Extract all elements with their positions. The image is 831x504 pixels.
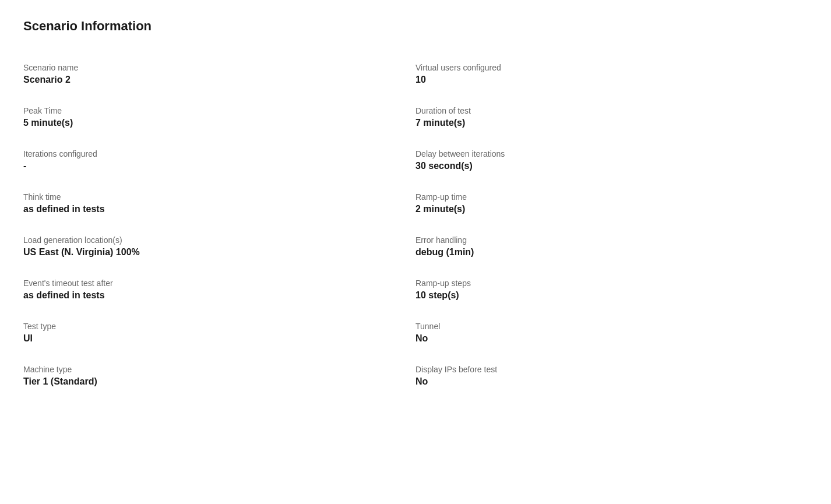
- info-label: Load generation location(s): [23, 235, 416, 245]
- info-label: Ramp-up steps: [416, 279, 808, 288]
- info-item-right-3: Ramp-up time 2 minute(s): [416, 182, 808, 225]
- info-value: 5 minute(s): [23, 118, 416, 128]
- info-value: as defined in tests: [23, 204, 416, 214]
- info-value: debug (1min): [416, 247, 808, 258]
- info-value: 2 minute(s): [416, 204, 808, 214]
- info-value: UI: [23, 333, 416, 344]
- info-value: 7 minute(s): [416, 118, 808, 128]
- info-value: -: [23, 161, 416, 171]
- info-item-right-6: Tunnel No: [416, 311, 808, 354]
- info-label: Iterations configured: [23, 149, 416, 158]
- info-value: No: [416, 333, 808, 344]
- info-item-right-4: Error handling debug (1min): [416, 225, 808, 268]
- page-title: Scenario Information: [23, 19, 808, 34]
- info-value: 10 step(s): [416, 290, 808, 301]
- info-value: 30 second(s): [416, 161, 808, 171]
- info-label: Virtual users configured: [416, 63, 808, 72]
- info-label: Tunnel: [416, 322, 808, 331]
- info-item-right-1: Duration of test 7 minute(s): [416, 96, 808, 139]
- info-item-left-7: Machine type Tier 1 (Standard): [23, 354, 416, 397]
- info-label: Scenario name: [23, 63, 416, 72]
- info-value: Scenario 2: [23, 75, 416, 85]
- info-value: US East (N. Virginia) 100%: [23, 247, 416, 258]
- info-value: as defined in tests: [23, 290, 416, 301]
- info-item-left-6: Test type UI: [23, 311, 416, 354]
- info-label: Test type: [23, 322, 416, 331]
- info-item-right-2: Delay between iterations 30 second(s): [416, 139, 808, 182]
- info-item-left-2: Iterations configured -: [23, 139, 416, 182]
- info-value: 10: [416, 75, 808, 85]
- info-item-left-3: Think time as defined in tests: [23, 182, 416, 225]
- info-label: Event's timeout test after: [23, 279, 416, 288]
- info-label: Error handling: [416, 235, 808, 245]
- info-grid: Scenario name Scenario 2 Virtual users c…: [23, 52, 808, 397]
- info-value: No: [416, 376, 808, 387]
- info-label: Ramp-up time: [416, 192, 808, 202]
- info-item-right-0: Virtual users configured 10: [416, 52, 808, 96]
- info-item-left-5: Event's timeout test after as defined in…: [23, 268, 416, 311]
- info-item-left-4: Load generation location(s) US East (N. …: [23, 225, 416, 268]
- info-item-right-7: Display IPs before test No: [416, 354, 808, 397]
- info-value: Tier 1 (Standard): [23, 376, 416, 387]
- info-label: Display IPs before test: [416, 365, 808, 374]
- info-label: Peak Time: [23, 106, 416, 115]
- info-item-left-1: Peak Time 5 minute(s): [23, 96, 416, 139]
- info-label: Think time: [23, 192, 416, 202]
- info-label: Delay between iterations: [416, 149, 808, 158]
- info-item-left-0: Scenario name Scenario 2: [23, 52, 416, 96]
- info-label: Machine type: [23, 365, 416, 374]
- info-item-right-5: Ramp-up steps 10 step(s): [416, 268, 808, 311]
- info-label: Duration of test: [416, 106, 808, 115]
